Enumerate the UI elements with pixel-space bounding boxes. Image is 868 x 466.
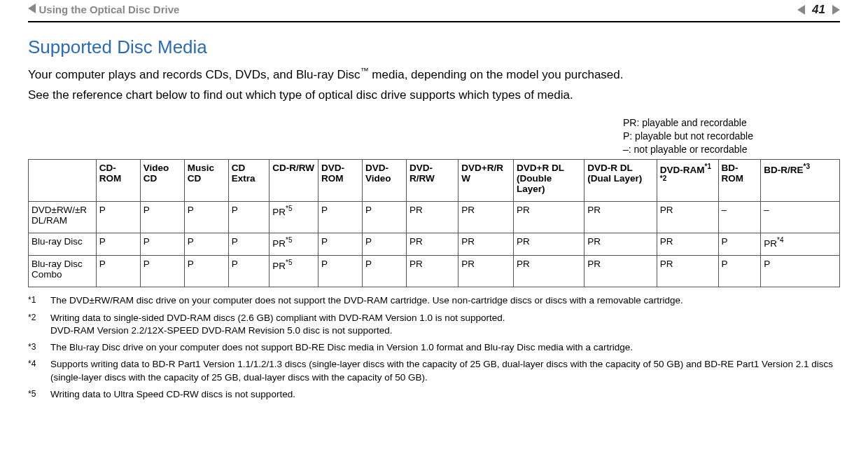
header-dvdplusrrw: DVD+R/RW [458,159,514,201]
cell: P [318,201,363,233]
media-support-table: CD-ROM Video CD Music CD CD Extra CD-R/R… [28,159,840,288]
footnote: *4Supports writing data to BD-R Part1 Ve… [28,358,840,383]
footnote-marker: *1 [28,294,41,307]
cell: PR*5 [270,201,318,233]
header-dvdram: DVD-RAM*1 *2 [657,159,718,201]
cell: P [140,233,184,256]
nav-right: 41 [797,3,840,17]
table-row: Blu-ray Disc P P P P PR*5 P P PR PR PR P… [29,233,840,256]
cell: P [96,256,140,287]
footnote-text: Writing data to Ultra Speed CD-RW discs … [50,388,295,401]
footnote: *1The DVD±RW/RAM disc drive on your comp… [28,294,840,307]
header-dvdrom: DVD-ROM [318,159,363,201]
cell: P [228,233,270,256]
cell: P [363,233,407,256]
cell: P [184,256,228,287]
cell: P [228,256,270,287]
legend-dash: –: not playable or recordable [623,143,840,156]
intro-paragraph-1: Your computer plays and records CDs, DVD… [28,65,840,83]
legend-p: P: playable but not recordable [623,130,840,143]
cell: P [140,256,184,287]
cell: P [318,256,363,287]
footnote-text: The Blu-ray Disc drive on your computer … [50,341,633,354]
cell: P [96,233,140,256]
header-cdextra: CD Extra [228,159,270,201]
cell: PR [584,233,657,256]
cell: PR [458,201,514,233]
header-dvdrrw: DVD-R/RW [407,159,458,201]
cell: P [363,201,407,233]
cell: P [761,256,840,287]
cell: P [96,201,140,233]
header-bdr-re: BD-R/RE*3 [761,159,840,201]
cell: P [718,233,761,256]
footnote-marker: *2 [28,312,41,337]
footnote-marker: *3 [28,341,41,354]
header-musiccd: Music CD [184,159,228,201]
footnote: *2Writing data to single-sided DVD-RAM d… [28,312,840,337]
table-row: Blu-ray Disc Combo P P P P PR*5 P P PR P… [29,256,840,287]
header-dvdram-text: DVD-RAM [660,164,705,174]
cell: PR [407,256,458,287]
footnote: *3The Blu-ray Disc drive on your compute… [28,341,840,354]
cell-sup: *5 [286,236,292,244]
intro-text-1a: Your computer plays and records CDs, DVD… [28,68,360,81]
footnotes: *1The DVD±RW/RAM disc drive on your comp… [28,294,840,401]
footnote-text: Supports writing data to BD-R Part1 Vers… [50,358,840,383]
row-name: Blu-ray Disc [29,233,97,256]
cell-sup: *4 [777,236,783,244]
cell: PR [514,233,584,256]
cell: P [318,233,363,256]
cell: PR [657,233,718,256]
divider [28,21,840,22]
cell: PR [407,201,458,233]
cell: – [718,201,761,233]
intro-text-1b: media, depending on the model you purcha… [369,68,624,81]
legend-pr: PR: playable and recordable [623,116,840,130]
footnote-marker: *4 [28,358,41,383]
top-bar: Using the Optical Disc Drive 41 [28,0,840,17]
cell-text: PR [272,261,286,271]
header-bdr-re-sup: *3 [804,163,810,170]
nav-left: Using the Optical Disc Drive [28,4,179,16]
nav-prev-icon[interactable] [28,4,36,13]
cell: PR [584,201,657,233]
legend: PR: playable and recordable P: playable … [28,116,840,156]
cell: PR [514,256,584,287]
page: Using the Optical Disc Drive 41 Supporte… [0,0,868,466]
header-bdr-re-text: BD-R/RE [764,164,803,174]
intro-paragraph-2: See the reference chart below to find ou… [28,87,840,104]
cell: PR [458,256,514,287]
breadcrumb: Using the Optical Disc Drive [38,4,179,15]
cell: PR [657,201,718,233]
table-header-row: CD-ROM Video CD Music CD CD Extra CD-R/R… [29,159,840,201]
footnote-text: Writing data to single-sided DVD-RAM dis… [50,312,505,337]
cell: P [184,201,228,233]
cell: P [140,201,184,233]
header-dvdrdl: DVD-R DL (Dual Layer) [584,159,657,201]
header-cdrrw: CD-R/RW [270,159,318,201]
cell: PR [657,256,718,287]
header-videocd: Video CD [140,159,184,201]
cell: – [761,201,840,233]
cell-sup: *5 [286,259,292,266]
header-cdrom: CD-ROM [96,159,140,201]
row-name: Blu-ray Disc Combo [29,256,97,287]
table-row: DVD±RW/±R DL/RAM P P P P PR*5 P P PR PR … [29,201,840,233]
header-dvdplusrdl: DVD+R DL (Double Layer) [514,159,584,201]
header-blank [29,159,97,201]
footnote-marker: *5 [28,388,41,401]
nav-back-icon[interactable] [797,5,805,15]
page-number: 41 [809,3,828,17]
cell-text: PR [764,238,777,248]
trademark-symbol: ™ [360,66,369,76]
footnote: *5Writing data to Ultra Speed CD-RW disc… [28,388,840,401]
cell: PR*5 [270,256,318,287]
cell: PR*4 [761,233,840,256]
row-name: DVD±RW/±R DL/RAM [29,201,97,233]
cell: PR [458,233,514,256]
cell-text: PR [272,206,286,217]
page-title: Supported Disc Media [28,36,840,58]
footnote-text: The DVD±RW/RAM disc drive on your comput… [50,294,683,307]
nav-next-icon[interactable] [832,5,840,15]
